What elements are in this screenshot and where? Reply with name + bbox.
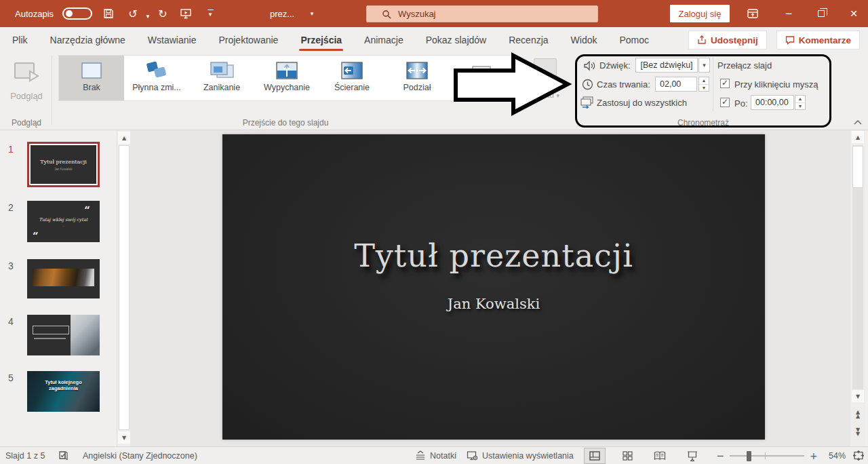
transition-partial[interactable]	[450, 56, 513, 100]
effect-options-button[interactable]: Opcje efektu ▾	[517, 57, 574, 111]
spin-up-icon[interactable]: ▲	[795, 96, 805, 103]
thumb2-quote: Tutaj wklej swój cytat	[27, 217, 100, 223]
display-settings-button[interactable]: Ustawienia wyświetlania	[467, 447, 574, 464]
tab-recenzja[interactable]: Recenzja	[509, 27, 548, 53]
zoom-slider-track[interactable]	[730, 455, 804, 457]
minimize-button[interactable]: ─	[778, 5, 799, 22]
transition-split[interactable]: Podział	[384, 56, 450, 100]
effect-options-label-1: Opcje	[534, 80, 557, 90]
transition-morph[interactable]: Płynna zmi...	[124, 56, 189, 100]
redo-icon[interactable]: ↻	[156, 7, 170, 20]
spin-down-icon[interactable]: ▼	[699, 85, 709, 92]
document-title[interactable]: prez...	[270, 0, 294, 27]
start-slideshow-icon[interactable]	[179, 7, 193, 20]
spellcheck-icon[interactable]	[58, 447, 68, 464]
search-input[interactable]	[398, 9, 574, 19]
after-checkbox[interactable]	[720, 98, 730, 107]
zoom-slider-thumb[interactable]	[747, 451, 751, 461]
scroll-up-icon[interactable]: ▲	[118, 132, 130, 144]
save-icon[interactable]	[102, 7, 115, 20]
sound-dropdown-chevron-icon[interactable]: ▾	[698, 58, 710, 73]
ribbon-display-options-icon[interactable]	[746, 7, 760, 20]
notes-icon	[415, 450, 426, 461]
thumbnail-slide-5[interactable]: Tytuł kolejnego zagadnienia	[27, 371, 100, 412]
tab-plik[interactable]: Plik	[12, 27, 28, 53]
tab-wstawianie[interactable]: Wstawianie	[148, 27, 197, 53]
share-button[interactable]: Udostępnij	[688, 31, 767, 50]
apply-to-all-button[interactable]: Zastosuj do wszystkich	[597, 98, 687, 108]
after-time-input[interactable]: 00:00,00	[751, 95, 794, 110]
transition-label: Ścieranie	[334, 83, 370, 92]
zoom-in-button[interactable]: +	[810, 447, 818, 464]
scroll-down-icon[interactable]: ▼	[118, 431, 130, 444]
customize-toolbar-icon[interactable]: ▾	[203, 7, 217, 20]
thumb1-title: Tytuł prezentacji	[31, 159, 96, 165]
right-margin	[865, 130, 868, 446]
thumbnail-slide-2[interactable]: “ “ Tutaj wklej swój cytat ···	[27, 201, 100, 242]
sound-icon	[583, 60, 597, 71]
autosave-toggle[interactable]	[62, 7, 92, 20]
tab-pomoc[interactable]: Pomoc	[619, 27, 649, 53]
tab-pokaz-slajdow[interactable]: Pokaz slajdów	[426, 27, 487, 53]
transition-push[interactable]: Wypychanie	[254, 56, 319, 100]
thumbnail-scrollbar[interactable]: ▲ ▼	[117, 130, 130, 446]
slide-number: 5	[8, 372, 20, 383]
comments-button[interactable]: Komentarze	[776, 31, 860, 50]
duration-input[interactable]: 02,00	[655, 77, 697, 92]
search-box[interactable]	[366, 5, 598, 22]
undo-dropdown-icon[interactable]: ▾	[141, 9, 155, 23]
sign-in-button[interactable]: Zaloguj się	[670, 5, 730, 22]
thumbnail-slide-1[interactable]: Tytuł prezentacji Jan Kowalski	[27, 142, 100, 187]
slideshow-view-button[interactable]	[682, 448, 703, 463]
collapse-ribbon-icon[interactable]	[852, 118, 864, 126]
preview-button-label: Podgląd	[10, 91, 43, 101]
fit-slide-to-window-icon[interactable]	[853, 447, 864, 464]
scrollbar-thumb[interactable]	[852, 146, 863, 188]
scroll-down-icon[interactable]: ▼	[852, 390, 864, 402]
spin-up-icon[interactable]: ▲	[699, 77, 709, 85]
scroll-up-icon[interactable]: ▲	[852, 131, 864, 143]
duration-spinner[interactable]: ▲▼	[698, 77, 709, 92]
thumbnail-slide-3[interactable]	[27, 259, 100, 298]
undo-icon[interactable]: ↺	[126, 7, 140, 20]
thumb1-subtitle: Jan Kowalski	[31, 168, 96, 171]
tab-przejscia[interactable]: Przejścia	[300, 27, 342, 53]
close-button[interactable]: ✕	[844, 5, 864, 22]
scrollbar-thumb[interactable]	[119, 145, 130, 430]
on-mouse-click-label: Przy kliknięciu myszą	[734, 79, 818, 90]
slide-canvas[interactable]: Tytuł prezentacji Jan Kowalski	[222, 134, 765, 440]
slide-sorter-view-button[interactable]	[617, 448, 637, 463]
notes-button[interactable]: Notatki	[415, 447, 456, 464]
thumbnail-slide-4[interactable]	[27, 315, 100, 355]
next-slide-icon[interactable]: ▼▼	[850, 425, 865, 440]
tab-widok[interactable]: Widok	[571, 27, 597, 53]
tab-animacje[interactable]: Animacje	[364, 27, 403, 53]
preview-group-label: Podgląd	[3, 118, 50, 128]
normal-view-button[interactable]	[585, 448, 605, 463]
reading-view-button[interactable]	[650, 448, 670, 463]
transition-push-icon	[275, 60, 299, 81]
spin-down-icon[interactable]: ▼	[795, 103, 805, 110]
previous-slide-icon[interactable]: ▲▲	[850, 407, 865, 422]
zoom-out-button[interactable]: ─	[717, 447, 723, 464]
effect-options-icon	[534, 58, 557, 80]
transition-fade[interactable]: Zanikanie	[189, 56, 254, 100]
transition-wipe[interactable]: Ścieranie	[319, 56, 384, 100]
preview-button[interactable]: Podgląd	[5, 57, 47, 111]
slide-title[interactable]: Tytuł prezentacji	[222, 237, 765, 274]
transition-label: Wypychanie	[264, 83, 310, 92]
thumb2-caption: ···	[27, 225, 100, 228]
sound-dropdown[interactable]: [Bez dźwięku]	[635, 58, 698, 73]
after-label: Po:	[734, 98, 748, 109]
transition-none[interactable]: Brak	[59, 56, 124, 100]
tab-narzedzia-glowne[interactable]: Narzędzia główne	[50, 27, 125, 53]
tab-projektowanie[interactable]: Projektowanie	[218, 27, 278, 53]
slide-subtitle[interactable]: Jan Kowalski	[222, 296, 765, 312]
restore-button[interactable]	[811, 5, 831, 22]
document-title-dropdown-icon[interactable]: ▾	[305, 7, 319, 20]
zoom-level[interactable]: 54%	[829, 447, 846, 464]
main-scrollbar[interactable]: ▲ ▼	[850, 130, 865, 446]
on-mouse-click-checkbox[interactable]	[720, 79, 730, 88]
after-time-spinner[interactable]: ▲▼	[795, 95, 806, 110]
language-indicator[interactable]: Angielski (Stany Zjednoczone)	[83, 447, 197, 464]
